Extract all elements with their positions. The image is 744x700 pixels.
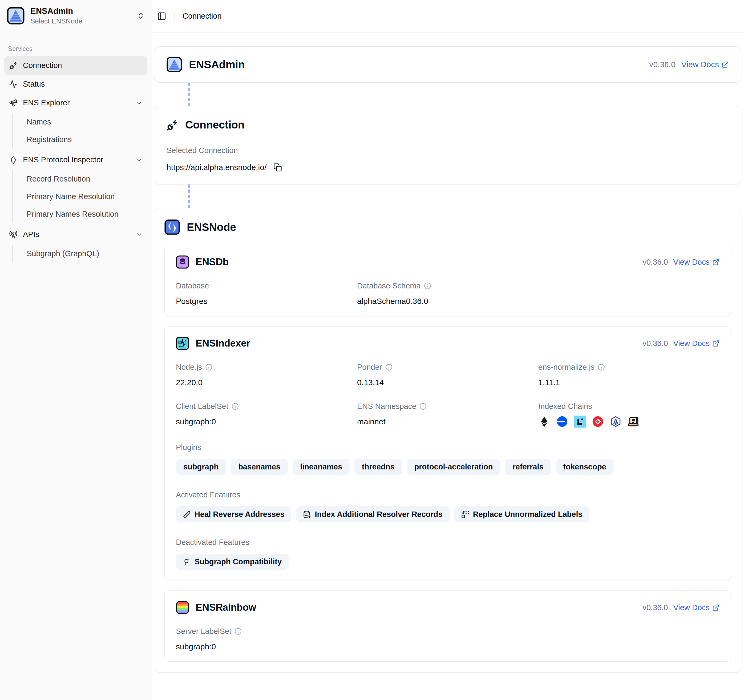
sidebar-item-primary-name-resolution[interactable]: Primary Name Resolution bbox=[23, 188, 147, 206]
ensdb-card: ENSDb v0.36.0 View Docs Database P bbox=[164, 245, 731, 316]
plugin-chip: lineanames bbox=[293, 459, 350, 475]
plugin-chip: subgraph bbox=[176, 459, 226, 475]
version-badge: v0.36.0 bbox=[649, 60, 675, 69]
ensnode-selector[interactable]: ENSAdmin Select ENSNode bbox=[4, 4, 147, 27]
sidebar-item-label: Status bbox=[23, 80, 45, 88]
indexed-chains-field: Indexed Chains bbox=[538, 402, 719, 427]
card-title: ENSNode bbox=[187, 221, 236, 234]
topbar: Connection bbox=[152, 0, 744, 33]
services-section-label: Services bbox=[8, 45, 147, 52]
sidebar-item-subgraph-graphql[interactable]: Subgraph (GraphQL) bbox=[23, 245, 147, 262]
card-title: ENSDb bbox=[196, 256, 229, 268]
info-icon[interactable] bbox=[385, 363, 393, 371]
ensdb-icon bbox=[176, 255, 189, 269]
bandage-icon bbox=[183, 511, 191, 518]
server-labelset-field: Server LabelSet subgraph:0 bbox=[176, 627, 357, 651]
app-root: ENSAdmin Select ENSNode Services Connect… bbox=[0, 0, 744, 700]
view-docs-link[interactable]: View Docs bbox=[682, 60, 729, 69]
database-field: Database Postgres bbox=[176, 281, 357, 306]
activity-icon bbox=[9, 80, 18, 88]
plug-zap-icon bbox=[167, 119, 178, 131]
chain-base-icon[interactable] bbox=[556, 416, 568, 427]
card-title: ENSRainbow bbox=[196, 602, 256, 613]
connection-url: https://api.alpha.ensnode.io/ bbox=[167, 163, 266, 172]
chain-arbitrum-icon[interactable] bbox=[610, 416, 622, 427]
external-link-icon bbox=[712, 340, 719, 347]
sidebar-item-ens-protocol-inspector[interactable]: ENS Protocol Inspector bbox=[4, 150, 147, 169]
plugin-chip: protocol-acceleration bbox=[407, 459, 500, 475]
field-label: Database bbox=[176, 281, 357, 290]
version-badge: v0.36.0 bbox=[643, 258, 668, 267]
feature-chip: Subgraph Compatibility bbox=[176, 554, 289, 570]
plugin-chip: threedns bbox=[354, 459, 402, 475]
sidebar-item-apis[interactable]: APIs bbox=[4, 225, 147, 244]
dashed-connector bbox=[188, 83, 190, 106]
chevrons-up-down-icon[interactable] bbox=[137, 12, 145, 20]
main-area: Connection ENSAdmin v0.36.0 View Docs bbox=[152, 0, 744, 700]
ensadmin-card: ENSAdmin v0.36.0 View Docs bbox=[154, 46, 741, 83]
chain-linea-icon[interactable] bbox=[574, 416, 586, 427]
plugin-chip: basenames bbox=[231, 459, 288, 475]
plugins-row: subgraph basenames lineanames threedns p… bbox=[176, 459, 719, 475]
sidebar-item-record-resolution[interactable]: Record Resolution bbox=[23, 170, 147, 188]
subgraph-compatibility-icon bbox=[183, 558, 191, 566]
sidebar-item-primary-names-resolution[interactable]: Primary Names Resolution bbox=[23, 206, 147, 223]
connection-card: Connection Selected Connection https://a… bbox=[154, 106, 741, 185]
breadcrumb: Connection bbox=[183, 12, 222, 21]
external-link-icon bbox=[722, 61, 729, 68]
view-docs-link[interactable]: View Docs bbox=[673, 258, 719, 267]
ens-namespace-field: ENS Namespace mainnet bbox=[357, 402, 538, 427]
protocol-inspector-sublist: Record Resolution Primary Name Resolutio… bbox=[12, 170, 147, 223]
chain-optimism-icon[interactable] bbox=[592, 416, 604, 427]
plug-zap-icon bbox=[9, 61, 18, 70]
version-badge: v0.36.0 bbox=[643, 603, 668, 612]
replace-icon bbox=[461, 511, 469, 518]
plugins-label: Plugins bbox=[176, 443, 719, 452]
apis-sublist: Subgraph (GraphQL) bbox=[12, 245, 147, 262]
app-title: ENSAdmin bbox=[30, 6, 82, 16]
ponder-field: Ponder 0.13.14 bbox=[357, 363, 538, 387]
ensadmin-card-icon bbox=[167, 57, 182, 72]
external-link-icon bbox=[712, 604, 719, 611]
chain-scroll-icon[interactable] bbox=[628, 416, 640, 427]
info-icon[interactable] bbox=[598, 363, 605, 371]
radio-tower-icon bbox=[9, 230, 18, 239]
database-plus-icon bbox=[303, 511, 311, 518]
activated-features-row: Heal Reverse Addresses Index Additional … bbox=[176, 506, 719, 523]
sidebar: ENSAdmin Select ENSNode Services Connect… bbox=[0, 0, 152, 700]
chevron-down-icon bbox=[135, 100, 143, 106]
feature-chip: Replace Unnormalized Labels bbox=[454, 506, 589, 523]
sidebar-item-names[interactable]: Names bbox=[23, 113, 147, 131]
activated-features-label: Activated Features bbox=[176, 490, 719, 499]
sidebar-item-ens-explorer[interactable]: ENS Explorer bbox=[4, 94, 147, 112]
sidebar-toggle-icon[interactable] bbox=[157, 12, 166, 21]
sidebar-item-registrations[interactable]: Registrations bbox=[23, 131, 147, 149]
telescope-icon bbox=[9, 98, 18, 107]
ensadmin-logo-icon bbox=[7, 7, 25, 25]
sidebar-item-status[interactable]: Status bbox=[4, 75, 147, 94]
selected-connection-label: Selected Connection bbox=[167, 146, 729, 155]
info-icon[interactable] bbox=[205, 363, 212, 371]
external-link-icon bbox=[712, 259, 719, 266]
ensindexer-card: ENSIndexer v0.36.0 View Docs Node.js bbox=[164, 326, 731, 580]
info-icon[interactable] bbox=[235, 628, 242, 635]
sidebar-item-connection[interactable]: Connection bbox=[4, 56, 147, 75]
info-icon[interactable] bbox=[232, 403, 239, 410]
view-docs-link[interactable]: View Docs bbox=[673, 603, 719, 612]
app-subtitle: Select ENSNode bbox=[30, 17, 82, 25]
info-icon[interactable] bbox=[420, 403, 427, 410]
nodejs-field: Node.js 22.20.0 bbox=[176, 363, 357, 387]
view-docs-link[interactable]: View Docs bbox=[673, 339, 719, 348]
card-title: ENSIndexer bbox=[196, 338, 250, 349]
ensindexer-icon bbox=[176, 337, 189, 350]
info-icon[interactable] bbox=[424, 282, 431, 289]
ensnode-icon bbox=[164, 219, 180, 235]
field-value: Postgres bbox=[176, 297, 357, 306]
ens-explorer-sublist: Names Registrations bbox=[12, 113, 147, 149]
ensrainbow-card: ENSRainbow v0.36.0 View Docs Server Labe… bbox=[164, 590, 731, 661]
field-label: Database Schema bbox=[357, 281, 421, 290]
chain-ethereum-icon[interactable] bbox=[538, 416, 550, 427]
copy-icon[interactable] bbox=[274, 163, 282, 172]
plugin-chip: tokenscope bbox=[556, 459, 614, 475]
ensrainbow-icon bbox=[176, 601, 189, 614]
